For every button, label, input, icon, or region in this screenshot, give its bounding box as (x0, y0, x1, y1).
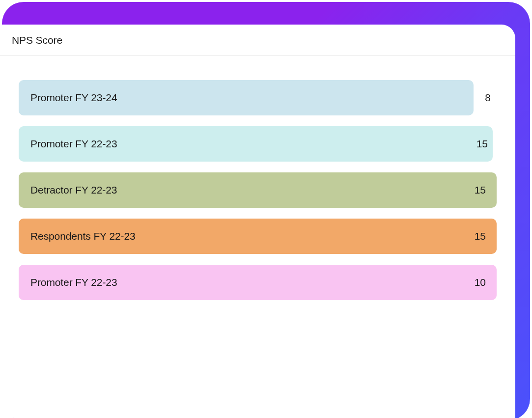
bar-label: Promoter FY 22-23 (30, 277, 117, 288)
bar-value: 10 (475, 277, 486, 288)
bar-row: Respondents FY 22-23 15 (19, 219, 497, 254)
bar-row: Detractor FY 22-23 15 (19, 172, 497, 208)
bar-row: Promoter FY 22-23 10 (19, 265, 497, 300)
bar-label: Promoter FY 22-23 (30, 138, 117, 150)
card-title: NPS Score (12, 34, 504, 46)
bar-list: Promoter FY 23-24 8 Promoter FY 22-23 15… (19, 80, 497, 300)
bar-value: 15 (475, 184, 486, 196)
bar-label: Respondents FY 22-23 (30, 230, 136, 242)
nps-card: NPS Score Promoter FY 23-24 8 Promoter F… (0, 25, 515, 418)
bar-value: 8 (485, 92, 491, 104)
bar-row: Promoter FY 22-23 15 (19, 126, 497, 162)
card-body: Promoter FY 23-24 8 Promoter FY 22-23 15… (0, 56, 515, 315)
card-header: NPS Score (0, 25, 515, 56)
bar-value: 15 (476, 138, 488, 150)
bar-value: 15 (475, 230, 486, 242)
bar-row: Promoter FY 23-24 8 (19, 80, 497, 115)
bar-label: Promoter FY 23-24 (30, 92, 117, 104)
bar-label: Detractor FY 22-23 (30, 184, 117, 196)
